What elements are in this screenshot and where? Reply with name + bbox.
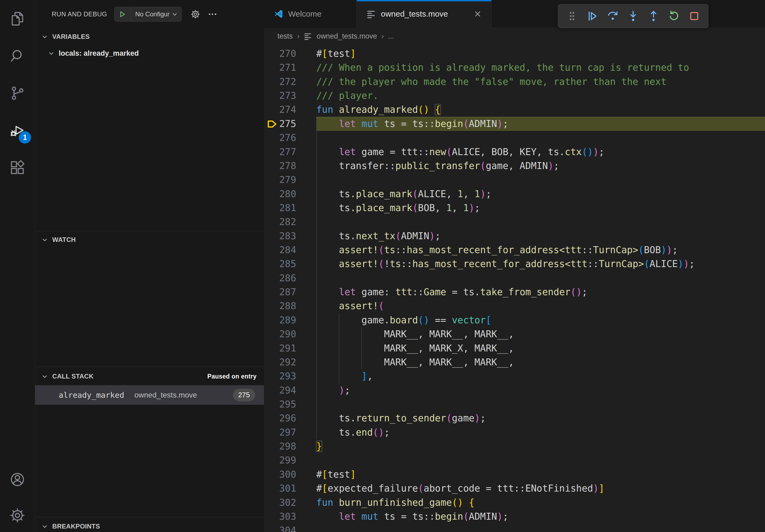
line-number[interactable]: 301 bbox=[264, 481, 316, 495]
code-line-295[interactable]: 295 bbox=[264, 397, 765, 411]
continue-button[interactable] bbox=[586, 10, 599, 23]
tab-welcome[interactable]: Welcome bbox=[264, 0, 357, 28]
line-number[interactable]: 297 bbox=[264, 425, 316, 439]
code-line-287[interactable]: 287 let game: ttt::Game = ts.take_from_s… bbox=[264, 285, 765, 299]
line-number[interactable]: 285 bbox=[264, 257, 316, 271]
step-into-button[interactable] bbox=[627, 10, 640, 23]
code-line-271[interactable]: 271/// When a position is already marked… bbox=[264, 61, 765, 75]
sidebar-item-run-debug[interactable]: 1 bbox=[0, 112, 35, 149]
code-line-281[interactable]: 281 ts.place_mark(BOB, 1, 1); bbox=[264, 201, 765, 215]
debug-config-dropdown[interactable]: No Configur bbox=[114, 7, 182, 22]
line-number[interactable]: 279 bbox=[264, 173, 316, 187]
code-line-279[interactable]: 279 bbox=[264, 173, 765, 187]
code-line-302[interactable]: 302fun burn_unfinished_game() { bbox=[264, 496, 765, 509]
line-number[interactable]: 271 bbox=[264, 61, 316, 75]
code-line-301[interactable]: 301#[expected_failure(abort_code = ttt::… bbox=[264, 481, 765, 495]
line-number[interactable]: 288 bbox=[264, 299, 316, 313]
line-number[interactable]: 292 bbox=[264, 355, 316, 369]
line-number[interactable]: 280 bbox=[264, 187, 316, 201]
code-line-280[interactable]: 280 ts.place_mark(ALICE, 1, 1); bbox=[264, 187, 765, 201]
debug-settings-gear-button[interactable] bbox=[190, 9, 201, 19]
line-number[interactable]: 273 bbox=[264, 89, 316, 103]
line-number[interactable]: 270 bbox=[264, 47, 316, 61]
code-line-282[interactable]: 282 bbox=[264, 215, 765, 229]
code-line-275[interactable]: 275 let mut ts = ts::begin(ADMIN); bbox=[264, 117, 765, 131]
toolbar-drag-handle[interactable] bbox=[565, 10, 578, 23]
code-line-296[interactable]: 296 ts.return_to_sender(game); bbox=[264, 411, 765, 425]
line-number[interactable]: 287 bbox=[264, 285, 316, 299]
code-line-291[interactable]: 291 MARK__, MARK_X, MARK__, bbox=[264, 341, 765, 355]
breadcrumb-item-file[interactable]: owned_tests.move bbox=[317, 32, 377, 40]
line-number[interactable]: 295 bbox=[264, 397, 316, 411]
line-number[interactable]: 274 bbox=[264, 103, 316, 117]
line-number[interactable]: 278 bbox=[264, 159, 316, 173]
code-line-270[interactable]: 270#[test] bbox=[264, 47, 765, 61]
code-line-274[interactable]: 274fun already_marked() { bbox=[264, 103, 765, 117]
code-line-289[interactable]: 289 game.board() == vector[ bbox=[264, 313, 765, 327]
code-line-283[interactable]: 283 ts.next_tx(ADMIN); bbox=[264, 229, 765, 243]
call-stack-section-header[interactable]: CALL STACK Paused on entry bbox=[35, 370, 264, 383]
line-number[interactable]: 304 bbox=[264, 523, 316, 532]
code-line-286[interactable]: 286 bbox=[264, 271, 765, 285]
code-editor[interactable]: 270#[test]271/// When a position is alre… bbox=[264, 45, 765, 532]
sidebar-item-extensions[interactable] bbox=[0, 149, 35, 186]
code-line-285[interactable]: 285 assert!(!ts::has_most_recent_for_add… bbox=[264, 257, 765, 271]
breakpoints-section-header[interactable]: BREAKPOINTS bbox=[35, 520, 264, 532]
code-line-284[interactable]: 284 assert!(ts::has_most_recent_for_addr… bbox=[264, 243, 765, 257]
code-line-290[interactable]: 290 MARK__, MARK__, MARK__, bbox=[264, 327, 765, 341]
line-number[interactable]: 290 bbox=[264, 327, 316, 341]
breadcrumb-item-symbol[interactable]: ... bbox=[388, 32, 394, 40]
code-line-272[interactable]: 272/// the player who made the "false" m… bbox=[264, 75, 765, 89]
step-out-button[interactable] bbox=[647, 10, 660, 23]
code-line-300[interactable]: 300#[test] bbox=[264, 467, 765, 481]
sidebar-item-search[interactable] bbox=[0, 37, 35, 75]
code-line-288[interactable]: 288 assert!( bbox=[264, 299, 765, 313]
line-number[interactable]: 303 bbox=[264, 509, 316, 523]
line-number[interactable]: 275 bbox=[264, 117, 316, 131]
account-button[interactable] bbox=[0, 461, 35, 498]
line-number[interactable]: 294 bbox=[264, 383, 316, 397]
line-number[interactable]: 284 bbox=[264, 243, 316, 257]
code-line-303[interactable]: 303 let mut ts = ts::begin(ADMIN); bbox=[264, 509, 765, 523]
variables-locals-row[interactable]: locals: already_marked bbox=[35, 46, 264, 61]
line-number[interactable]: 286 bbox=[264, 271, 316, 285]
variables-section-header[interactable]: VARIABLES bbox=[35, 30, 264, 43]
code-line-304[interactable]: 304 bbox=[264, 523, 765, 532]
code-line-299[interactable]: 299 bbox=[264, 453, 765, 467]
call-stack-frame-row[interactable]: already_marked owned_tests.move 275 bbox=[35, 385, 264, 405]
code-line-292[interactable]: 292 MARK__, MARK__, MARK__, bbox=[264, 355, 765, 369]
line-number[interactable]: 299 bbox=[264, 453, 316, 467]
line-number[interactable]: 276 bbox=[264, 131, 316, 145]
line-number[interactable]: 298 bbox=[264, 439, 316, 453]
code-line-294[interactable]: 294 ); bbox=[264, 383, 765, 397]
code-line-297[interactable]: 297 ts.end(); bbox=[264, 425, 765, 439]
sidebar-item-source-control[interactable] bbox=[0, 75, 35, 112]
code-line-276[interactable]: 276 bbox=[264, 131, 765, 145]
line-number[interactable]: 283 bbox=[264, 229, 316, 243]
breadcrumb-item-tests[interactable]: tests bbox=[278, 32, 293, 40]
stop-button[interactable] bbox=[688, 10, 701, 23]
line-number[interactable]: 272 bbox=[264, 75, 316, 89]
tab-owned-tests-move[interactable]: owned_tests.move bbox=[357, 0, 491, 28]
line-number[interactable]: 302 bbox=[264, 496, 316, 509]
start-debug-button[interactable] bbox=[115, 7, 131, 21]
restart-button[interactable] bbox=[667, 10, 680, 23]
code-line-278[interactable]: 278 transfer::public_transfer(game, ADMI… bbox=[264, 159, 765, 173]
code-line-273[interactable]: 273/// player. bbox=[264, 89, 765, 103]
step-over-button[interactable] bbox=[606, 10, 619, 23]
line-number[interactable]: 296 bbox=[264, 411, 316, 425]
watch-section-header[interactable]: WATCH bbox=[35, 233, 264, 246]
code-line-298[interactable]: 298} bbox=[264, 439, 765, 453]
close-icon[interactable] bbox=[474, 10, 482, 18]
line-number[interactable]: 291 bbox=[264, 341, 316, 355]
line-number[interactable]: 293 bbox=[264, 369, 316, 383]
line-number[interactable]: 289 bbox=[264, 313, 316, 327]
more-actions-button[interactable] bbox=[208, 9, 218, 19]
line-number[interactable]: 281 bbox=[264, 201, 316, 215]
line-number[interactable]: 300 bbox=[264, 467, 316, 481]
code-line-277[interactable]: 277 let game = ttt::new(ALICE, BOB, KEY,… bbox=[264, 145, 765, 159]
line-number[interactable]: 282 bbox=[264, 215, 316, 229]
line-number[interactable]: 277 bbox=[264, 145, 316, 159]
sidebar-item-explorer[interactable] bbox=[0, 0, 35, 37]
code-line-293[interactable]: 293 ], bbox=[264, 369, 765, 383]
